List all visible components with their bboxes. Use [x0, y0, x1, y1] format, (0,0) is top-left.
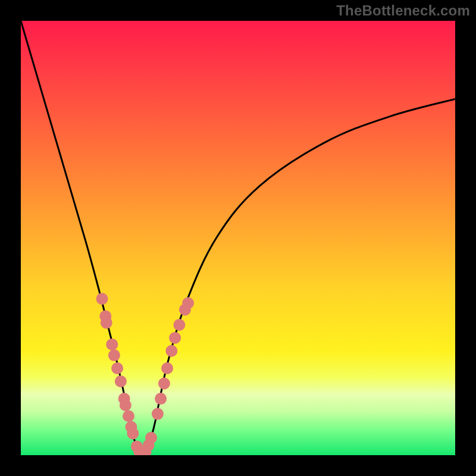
curve-marker	[161, 362, 173, 374]
curve-marker	[165, 345, 177, 357]
curve-marker	[182, 298, 194, 309]
curve-marker	[123, 410, 134, 422]
curve-marker	[108, 349, 120, 361]
bottleneck-curve	[21, 21, 455, 455]
chart-container: TheBottleneck.com	[0, 0, 476, 476]
curve-marker	[101, 317, 112, 328]
curve-marker	[169, 332, 181, 344]
curve-marker	[145, 432, 157, 444]
curve-marker	[115, 375, 127, 387]
curve-svg	[21, 21, 455, 455]
chart-frame	[0, 0, 476, 476]
curve-marker	[158, 378, 170, 390]
curve-marker	[173, 319, 185, 331]
watermark-text: TheBottleneck.com	[336, 2, 470, 19]
curve-marker	[127, 428, 139, 440]
curve-marker	[111, 362, 123, 374]
plot-area	[21, 21, 455, 455]
curve-marker	[120, 399, 131, 411]
curve-marker	[152, 408, 164, 420]
curve-marker	[155, 393, 167, 405]
curve-marker	[106, 339, 118, 350]
curve-marker	[96, 293, 108, 305]
curve-markers	[96, 293, 195, 455]
